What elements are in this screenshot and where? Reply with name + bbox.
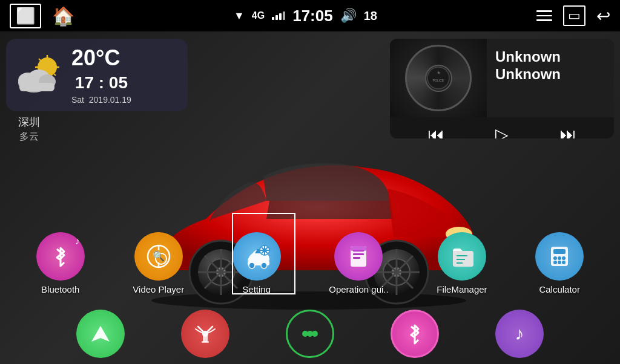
operation-guide-icon[interactable] [334,232,383,281]
svg-point-79 [312,331,318,337]
weather-date: Sat 2019.01.19 [71,95,131,105]
weather-extra: 深圳 多云 [18,115,40,143]
volume-level: 18 [364,9,377,23]
status-bar: ⬜ 🏠 ▼ 4G 17:05 🔊 18 ▭ ↩ [0,0,620,31]
app-all-apps[interactable] [286,310,334,358]
app-navigation[interactable] [76,310,125,358]
svg-point-71 [558,261,561,264]
app-calculator[interactable]: Calculator [535,232,584,294]
music-icon[interactable]: ♪ [495,310,544,358]
svg-text:♪: ♪ [515,323,524,343]
radio-icon[interactable] [181,310,229,358]
network-4g: 4G [252,10,265,21]
video-player-label: Video Player [133,284,184,294]
album-art: ★ POLICE [390,39,487,117]
setting-icon[interactable] [232,232,281,281]
apps-row1: ♪ Bluetooth 🔍 Video Player [0,232,620,294]
app-setting[interactable]: Setting [232,232,281,294]
calculator-icon[interactable] [535,232,584,281]
app-video-player[interactable]: 🔍 Video Player [133,232,184,294]
svg-point-69 [562,256,566,260]
track-title-line1: Unknown [495,48,605,66]
video-player-icon[interactable]: 🔍 [134,232,183,281]
svg-point-49 [249,262,255,268]
music-info: Unknown Unknown [487,39,614,117]
bluetooth-label: Bluetooth [41,284,79,294]
main-area: 20°C 17 : 05 Sat 2019.01.19 深圳 多云 [0,31,620,364]
svg-rect-75 [203,334,208,342]
file-manager-icon[interactable] [438,232,486,281]
bluetooth-icon[interactable]: ♪ [36,232,85,281]
svg-rect-76 [202,341,209,343]
weather-icon [16,51,64,99]
next-button[interactable]: ⏭ [553,122,582,138]
track-title-line2: Unknown [495,66,605,83]
svg-point-67 [553,256,557,260]
apps-row2: ♪ [0,310,620,358]
hamburger-menu[interactable] [536,10,552,21]
city-status: 多云 [18,131,40,143]
svg-text:★: ★ [437,70,441,76]
svg-rect-66 [553,249,566,254]
status-time: 17:05 [292,7,333,25]
svg-point-50 [261,262,267,268]
vinyl-label: ★ POLICE [425,65,452,92]
weather-widget: 20°C 17 : 05 Sat 2019.01.19 [6,39,188,111]
music-widget: ★ POLICE Unknown Unknown ⏮ ▷ ⏭ [390,39,614,138]
svg-rect-59 [353,253,364,255]
svg-rect-39 [19,83,54,91]
music-controls[interactable]: ⏮ ▷ ⏭ [390,117,614,138]
navigation-icon[interactable] [76,310,125,358]
home-icon[interactable]: 🏠 [52,5,74,27]
weather-temperature: 20°C [71,45,131,71]
back-icon[interactable]: ↩ [596,6,610,26]
app-radio[interactable] [181,310,229,358]
weather-temp-area: 20°C 17 : 05 Sat 2019.01.19 [71,45,131,105]
app-music[interactable]: ♪ [495,310,544,358]
svg-point-70 [553,261,557,264]
operation-guide-label: Operation gui.. [329,284,388,294]
svg-text:🔍: 🔍 [153,250,165,262]
svg-line-32 [39,59,41,60]
svg-point-72 [562,261,566,264]
svg-rect-60 [353,257,360,259]
play-button[interactable]: ▷ [489,122,515,138]
city-name: 深圳 [18,115,40,129]
screen-icon[interactable]: ▭ [563,5,585,26]
setting-label: Setting [242,284,271,294]
app-bluetooth2[interactable] [391,310,439,358]
svg-line-33 [54,74,56,76]
signal-bars [272,11,285,20]
weather-time: 17 : 05 [71,73,131,93]
location-icon: ▼ [234,10,245,22]
prev-button[interactable]: ⏮ [421,122,450,138]
svg-rect-61 [351,246,366,251]
svg-text:POLICE: POLICE [433,79,444,82]
app-file-manager[interactable]: FileManager [437,232,487,294]
bluetooth2-icon[interactable] [391,310,439,358]
volume-icon: 🔊 [340,8,357,24]
all-apps-icon[interactable] [286,310,334,358]
app-bluetooth[interactable]: ♪ Bluetooth [36,232,85,294]
window-icon[interactable]: ⬜ [10,4,41,28]
svg-point-68 [558,256,561,260]
file-manager-label: FileManager [437,284,487,294]
app-operation-guide[interactable]: Operation gui.. [329,232,388,294]
svg-marker-73 [91,326,110,342]
calculator-label: Calculator [539,284,580,294]
